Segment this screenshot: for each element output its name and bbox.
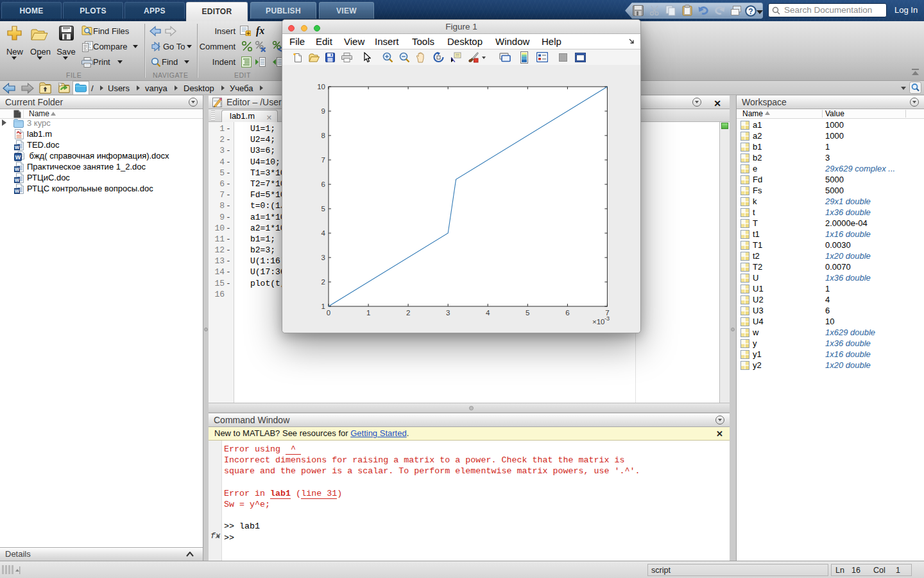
svg-text:2: 2 [406, 309, 410, 317]
svg-text:W: W [15, 177, 20, 183]
svg-text:6: 6 [321, 180, 325, 188]
svg-text:W: W [15, 188, 20, 194]
svg-text:W: W [15, 166, 20, 172]
svg-text:W: W [15, 154, 21, 161]
svg-text:-3: -3 [604, 315, 610, 322]
svg-text:6: 6 [565, 309, 569, 317]
svg-text:5: 5 [526, 309, 529, 317]
svg-text:×10: ×10 [592, 318, 605, 326]
svg-text:1: 1 [321, 302, 325, 310]
svg-text:5: 5 [321, 205, 325, 213]
svg-text:?: ? [748, 6, 753, 15]
svg-text:W: W [15, 144, 20, 150]
svg-text:4: 4 [486, 309, 490, 317]
svg-text:4: 4 [321, 229, 326, 237]
svg-text:9: 9 [321, 107, 325, 115]
svg-text:8: 8 [321, 132, 325, 139]
svg-text:10: 10 [317, 83, 325, 91]
svg-text:3: 3 [321, 254, 325, 261]
svg-text:3: 3 [446, 309, 450, 317]
svg-text:0: 0 [327, 309, 330, 317]
svg-text:7: 7 [321, 156, 325, 164]
svg-text:2: 2 [321, 278, 325, 286]
svg-text:1: 1 [366, 309, 370, 317]
